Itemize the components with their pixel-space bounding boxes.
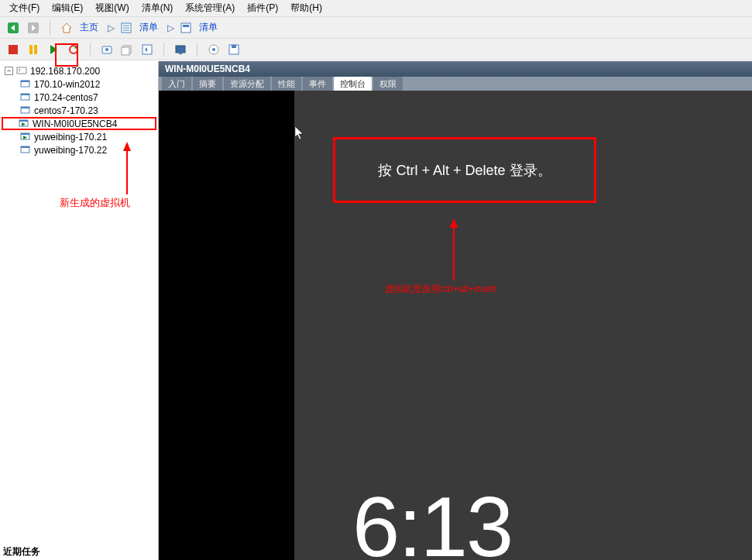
svg-rect-18 (179, 53, 182, 54)
main-panel: WIN-M0I0UE5NCB4 入门 摘要 资源分配 性能 事件 控制台 权限 … (159, 61, 752, 560)
menu-view[interactable]: 视图(W) (89, 0, 135, 16)
tree-vm-row[interactable]: yuweibing-170.21 (2, 130, 156, 143)
tab-bar: 入门 摘要 资源分配 性能 事件 控制台 权限 (159, 77, 752, 91)
separator (90, 43, 91, 57)
console-black-bar (159, 91, 294, 560)
svg-rect-35 (21, 133, 29, 135)
home-icon[interactable] (58, 19, 75, 36)
svg-rect-23 (17, 67, 26, 74)
menu-bar: 文件(F) 编辑(E) 视图(W) 清单(N) 系统管理(A) 插件(P) 帮助… (0, 0, 752, 17)
menu-file[interactable]: 文件(F) (3, 0, 46, 16)
inventory-icon-2[interactable] (177, 19, 194, 36)
inventory-icon[interactable] (118, 19, 135, 36)
login-prompt-text: 按 Ctrl + Alt + Delete 登录。 (378, 161, 551, 180)
menu-plugin[interactable]: 插件(P) (241, 0, 284, 16)
svg-rect-24 (19, 69, 20, 70)
vm-running-icon (20, 132, 31, 142)
forward-button[interactable] (25, 19, 42, 36)
separator (50, 21, 50, 35)
tree-vm-label: centos7-170.23 (34, 105, 98, 116)
svg-rect-31 (21, 107, 29, 108)
back-button[interactable] (5, 19, 22, 36)
svg-rect-6 (181, 23, 191, 33)
vm-icon (20, 92, 31, 102)
tree-vm-label: yuweibing-170.21 (34, 132, 107, 143)
svg-rect-7 (183, 25, 189, 27)
floppy-connect-button[interactable] (225, 41, 242, 58)
vm-icon (20, 145, 31, 155)
breadcrumb-arrow-icon: ▷ (167, 22, 174, 33)
cd-connect-button[interactable] (205, 41, 222, 58)
console-view[interactable]: 按 Ctrl + Alt + Delete 登录。 6:13 (159, 91, 752, 560)
tree-vm-row[interactable]: yuweibing-170.22 (2, 143, 156, 156)
vm-title: WIN-M0I0UE5NCB4 (165, 64, 250, 74)
vm-icon (20, 105, 31, 115)
svg-rect-37 (21, 146, 29, 148)
svg-point-13 (105, 48, 108, 51)
breadcrumb-arrow-icon: ▷ (108, 22, 115, 33)
tab-permissions[interactable]: 权限 (373, 77, 403, 91)
pause-button[interactable] (25, 41, 42, 58)
svg-rect-27 (21, 81, 29, 82)
inventory-link-1[interactable]: 清单 (139, 21, 158, 34)
toolbar-navigation: 主页 ▷ 清单 ▷ 清单 (0, 17, 752, 39)
console-button[interactable] (172, 41, 189, 58)
guest-screen[interactable]: 按 Ctrl + Alt + Delete 登录。 6:13 (294, 91, 752, 560)
vm-icon (20, 79, 31, 89)
lock-screen-clock: 6:13 (352, 477, 512, 560)
annotation-text-2: 虚拟机里面用ctrl+alt+insert (385, 283, 496, 296)
tab-resource[interactable]: 资源分配 (224, 77, 270, 91)
revert-button[interactable] (139, 41, 156, 58)
reset-button[interactable] (65, 41, 82, 58)
tab-events[interactable]: 事件 (303, 77, 332, 91)
tree-vm-label: WIN-M0I0UE5NCB4 (33, 119, 117, 129)
separator (163, 43, 164, 57)
menu-admin[interactable]: 系统管理(A) (179, 0, 241, 16)
tree-vm-label: 170.10-win2012 (34, 79, 100, 90)
work-area: − 192.168.170.200 170.10-win2012 170.24-… (0, 60, 752, 560)
toolbar-actions (0, 39, 752, 60)
home-link[interactable]: 主页 (80, 21, 98, 34)
tab-summary[interactable]: 摘要 (193, 77, 222, 91)
svg-point-20 (212, 48, 215, 51)
menu-inventory[interactable]: 清单(N) (136, 0, 180, 16)
tree-vm-row[interactable]: 170.10-win2012 (2, 77, 156, 91)
svg-rect-22 (232, 45, 236, 48)
svg-rect-17 (176, 46, 185, 53)
status-bar: 近期任务 (0, 544, 43, 560)
inventory-link-2[interactable]: 清单 (199, 21, 218, 34)
tree-host-label: 192.168.170.200 (30, 66, 100, 77)
svg-rect-10 (34, 45, 37, 54)
svg-rect-9 (29, 45, 33, 54)
tree-vm-row[interactable]: 170.24-centos7 (2, 91, 156, 104)
snapshot-manager-button[interactable] (118, 41, 136, 58)
menu-edit[interactable]: 编辑(E) (46, 0, 89, 16)
vm-running-icon (19, 119, 29, 129)
tab-console[interactable]: 控制台 (334, 77, 372, 91)
login-prompt-box: 按 Ctrl + Alt + Delete 登录。 (333, 137, 596, 203)
svg-rect-25 (19, 70, 20, 71)
collapse-icon[interactable]: − (5, 67, 13, 75)
vm-title-bar: WIN-M0I0UE5NCB4 (159, 61, 752, 77)
svg-rect-29 (21, 94, 29, 95)
tab-getting-started[interactable]: 入门 (162, 77, 191, 91)
svg-rect-15 (122, 47, 129, 55)
separator (197, 43, 197, 57)
tree-vm-label: yuweibing-170.22 (34, 145, 107, 156)
snapshot-button[interactable] (98, 41, 115, 58)
tree-host-row[interactable]: − 192.168.170.200 (2, 64, 156, 77)
tree-vm-row-selected[interactable]: WIN-M0I0UE5NCB4 (2, 117, 156, 130)
svg-rect-8 (9, 45, 18, 54)
svg-rect-33 (19, 120, 28, 122)
annotation-text-1: 新生成的虚拟机 (60, 196, 130, 210)
tree-vm-label: 170.24-centos7 (34, 92, 98, 103)
stop-button[interactable] (5, 41, 22, 58)
play-button[interactable] (45, 41, 62, 58)
host-icon (16, 66, 27, 76)
cursor-icon (294, 125, 305, 144)
inventory-tree[interactable]: − 192.168.170.200 170.10-win2012 170.24-… (0, 61, 159, 560)
menu-help[interactable]: 帮助(H) (284, 0, 328, 16)
tree-vm-row[interactable]: centos7-170.23 (2, 104, 156, 117)
tab-performance[interactable]: 性能 (272, 77, 301, 91)
